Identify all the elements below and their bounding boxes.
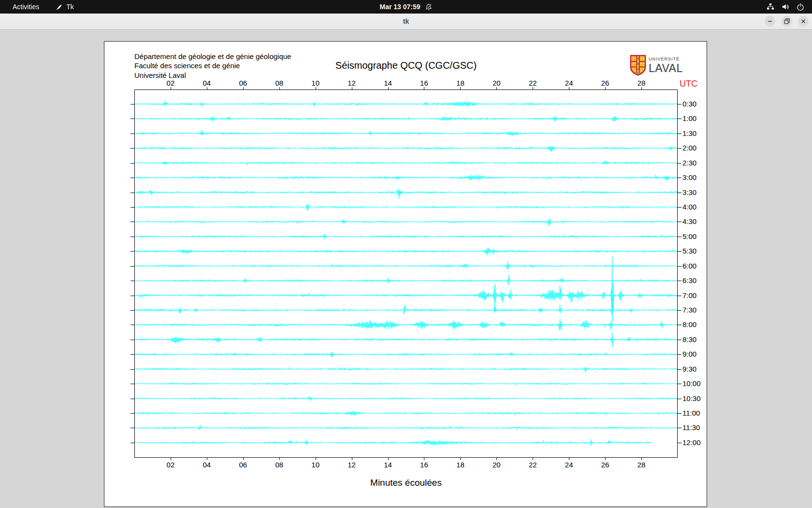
row-tick-left [130,340,134,340]
x-tick-label-bottom: 10 [306,461,325,469]
utc-time-label: 4:00 [682,203,696,211]
row-tick-right [678,193,682,193]
row-tick-left [130,428,134,428]
x-tick-top [533,87,533,90]
x-tick-label-top: 04 [197,79,217,87]
x-tick-bottom [496,458,497,460]
row-tick-right [678,325,682,325]
x-tick-top [496,87,497,90]
window-titlebar[interactable]: tk [0,14,812,30]
row-tick-left [130,354,134,355]
row-tick-right [678,237,682,237]
utc-time-label: 8:30 [682,335,696,344]
x-tick-label-top: 10 [306,79,325,87]
utc-time-label: 11:00 [682,409,700,417]
x-tick-top [569,87,569,90]
x-tick-label-top: 26 [595,79,615,87]
row-tick-right [678,207,682,208]
row-tick-left [130,281,134,281]
tk-app-indicator[interactable]: Tk [56,3,74,11]
row-tick-left [130,296,134,296]
row-tick-right [678,104,682,105]
x-tick-bottom [279,458,280,460]
row-tick-right [678,340,682,340]
utc-time-label: 10:30 [682,394,701,403]
x-tick-top [207,87,207,90]
x-tick-label-top: 28 [632,79,651,87]
x-tick-top [279,87,280,90]
row-tick-left [130,148,134,149]
utc-time-label: 9:00 [682,350,696,358]
x-tick-bottom [316,458,316,460]
row-tick-left [130,443,134,443]
x-tick-label-bottom: 26 [595,461,615,469]
row-tick-right [678,354,682,355]
row-tick-right [678,178,682,178]
x-tick-bottom [207,458,207,460]
row-tick-right [678,296,682,296]
row-tick-left [130,266,134,267]
x-tick-label-bottom: 22 [523,461,542,469]
utc-time-label: 5:00 [682,232,696,240]
row-tick-right [678,443,682,443]
row-tick-right [678,266,682,267]
desktop: Activities Tk Mar 13 07:59 [0,0,812,508]
x-tick-top [641,87,642,90]
x-tick-bottom [424,458,424,460]
x-tick-label-bottom: 06 [233,461,253,469]
utc-time-label: 1:00 [682,114,696,122]
tk-canvas-window: Département de géologie et de génie géol… [104,41,707,507]
x-tick-label-bottom: 04 [197,461,217,469]
x-tick-bottom [569,458,569,460]
row-tick-right [678,163,682,164]
x-tick-bottom [243,458,244,460]
close-button[interactable] [798,16,809,27]
utc-time-label: 1:30 [682,129,696,137]
maximize-button[interactable] [782,16,792,27]
row-tick-right [678,413,682,414]
row-tick-right [678,119,682,119]
row-tick-left [130,384,134,384]
x-tick-top [243,87,244,90]
row-tick-right [678,281,682,281]
x-tick-label-bottom: 28 [632,461,651,469]
x-axis-caption: Minutes écoulées [134,478,678,488]
row-tick-left [130,178,134,178]
row-tick-left [130,325,134,325]
utc-time-label: 2:30 [682,159,696,167]
row-tick-right [678,384,682,384]
row-tick-left [130,193,134,193]
row-tick-left [130,399,134,399]
x-tick-bottom [641,458,642,460]
row-tick-left [130,251,134,252]
row-tick-left [130,134,134,134]
x-tick-top [424,87,424,90]
x-tick-label-top: 24 [559,79,579,87]
utc-time-label: 10:00 [682,379,701,388]
row-tick-right [678,251,682,252]
x-tick-top [352,87,352,90]
x-tick-label-bottom: 18 [450,461,470,469]
x-tick-label-bottom: 16 [414,461,434,469]
system-status-area[interactable] [767,0,804,14]
utc-time-label: 7:30 [682,306,696,314]
x-tick-top [388,87,389,90]
x-tick-label-top: 06 [233,79,253,87]
clock-menu[interactable]: Mar 13 07:59 [379,0,432,14]
row-tick-right [678,310,682,311]
seismograph-title: Séismographe QCQ (CGC/GSC) [134,60,678,71]
x-tick-label-top: 16 [414,79,434,87]
x-tick-top [605,87,606,90]
clock-text: Mar 13 07:59 [379,3,420,11]
activities-button[interactable]: Activities [13,3,39,11]
row-tick-left [130,237,134,237]
power-icon [797,3,804,11]
x-tick-bottom [171,458,171,460]
utc-time-label: 6:30 [682,276,696,284]
x-tick-label-top: 02 [161,79,180,87]
x-tick-label-bottom: 12 [342,461,362,469]
utc-label: UTC [680,79,697,89]
minimize-button[interactable] [765,16,775,27]
utc-time-label: 5:30 [682,247,696,255]
x-tick-label-top: 20 [487,79,506,87]
